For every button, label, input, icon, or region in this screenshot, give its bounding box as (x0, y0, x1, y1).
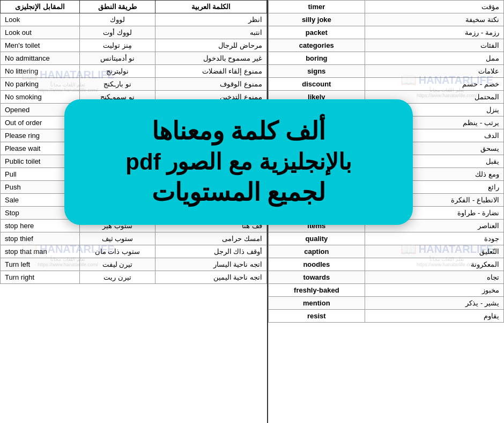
left-cell-arabic: اتجه ناحية اليمين (155, 271, 267, 284)
left-table-row: امسك حرامىستوب ثيفstop thief (1, 232, 267, 245)
left-cell-english: stop thief (1, 232, 80, 245)
left-cell-arabic: انظر (155, 13, 267, 26)
right-cell-arabic: يشير - يذكر (365, 297, 503, 310)
right-table-row: mentionيشير - يذكر (269, 297, 504, 310)
left-cell-pronun: نو بارـكنج (79, 78, 155, 91)
left-cell-english: Look out (1, 26, 80, 39)
right-table-row: freshly-bakedمخبوز (269, 284, 504, 297)
left-cell-english: No smoking (1, 91, 80, 104)
right-table-row: packetرزمة - رزمة (269, 26, 504, 39)
overlay-line3: لجميع المستويات (86, 177, 391, 209)
left-cell-arabic: مرحاض للرجال (155, 39, 267, 52)
right-cell-english: mention (269, 297, 365, 310)
right-cell-arabic: مخبوز (365, 284, 503, 297)
right-cell-arabic: رزمة - رزمة (365, 26, 503, 39)
right-table-row: qualityجودة (269, 232, 504, 245)
left-table-row: مرحاض للرجالمِنز توليتMen's toilet (1, 39, 267, 52)
right-cell-english: quality (269, 232, 365, 245)
left-cell-pronun: لووك أوت (79, 26, 155, 39)
right-cell-english: freshly-baked (269, 284, 365, 297)
left-table-row: اتجه ناحية اليسارتيرن ليفتTurn left (1, 258, 267, 271)
right-cell-english: packet (269, 26, 365, 39)
right-cell-english: boring (269, 52, 365, 65)
left-cell-pronun: ستوب ذات مان (79, 245, 155, 258)
right-cell-arabic: المعكرونة (365, 258, 503, 271)
right-table-row: resistيقاوم (269, 310, 504, 323)
right-table-row: captionالتّعليق (269, 245, 504, 258)
right-cell-english: noodles (269, 258, 365, 271)
left-cell-arabic: ممنوع إلقاء الفضلات (155, 65, 267, 78)
right-table-row: timerمؤقت (269, 1, 504, 13)
left-table-row: ممنوع إلقاء الفضلاتنوليترنجNo littering (1, 65, 267, 78)
left-table-row: اتجه ناحية اليمينتيرن ريتTurn right (1, 271, 267, 284)
header-arabic: الكلمة العربية (155, 1, 267, 13)
right-table-row: silly jokeنكتة سخيفة (269, 13, 504, 26)
left-table-row: انتبهلووك أوتLook out (1, 26, 267, 39)
left-cell-pronun: نوليترنج (79, 65, 155, 78)
right-cell-arabic: خصم - حسم (365, 78, 503, 91)
right-cell-english: silly joke (269, 13, 365, 26)
right-cell-arabic: جودة (365, 232, 503, 245)
left-cell-english: stop here (1, 220, 80, 232)
right-cell-english: towards (269, 271, 365, 284)
header-english: المقابل الإنجليزى (1, 1, 80, 13)
right-table-row: signsعلامات (269, 65, 504, 78)
right-cell-arabic: نكتة سخيفة (365, 13, 503, 26)
header-pronun: طريقة النطق (79, 1, 155, 13)
right-table-row: towardsتجاه (269, 271, 504, 284)
left-cell-arabic: اتجه ناحية اليسار (155, 258, 267, 271)
left-cell-english: No parking (1, 78, 80, 91)
left-cell-english: Turn right (1, 271, 80, 284)
right-cell-english: categories (269, 39, 365, 52)
left-cell-arabic: غير مسموح بالدخول (155, 52, 267, 65)
right-cell-english: caption (269, 245, 365, 258)
left-cell-pronun: تيرن ريت (79, 271, 155, 284)
right-cell-english: resist (269, 310, 365, 323)
left-cell-arabic: ممنوع الوقوف (155, 78, 267, 91)
right-cell-arabic: علامات (365, 65, 503, 78)
left-cell-arabic: أوقف ذاك الرجل (155, 245, 267, 258)
right-table-row: categoriesالفئات (269, 39, 504, 52)
page-wrapper: الكلمة العربية طريقة النطق المقابل الإنج… (0, 0, 504, 423)
right-table-row: boringممل (269, 52, 504, 65)
left-cell-english: stop that man (1, 245, 80, 258)
right-cell-arabic: يقاوم (365, 310, 503, 323)
left-cell-english: No littering (1, 65, 80, 78)
left-cell-english: Men's toilet (1, 39, 80, 52)
right-cell-arabic: مؤقت (365, 1, 503, 13)
left-cell-arabic: انتبه (155, 26, 267, 39)
left-cell-english: No admittance (1, 52, 80, 65)
left-cell-english: Look (1, 13, 80, 26)
left-cell-pronun: نو أدميتانس (79, 52, 155, 65)
left-cell-pronun: لووك (79, 13, 155, 26)
right-cell-arabic: التّعليق (365, 245, 503, 258)
overlay-banner: ألف كلمة ومعناها بالإنجليزية مع الصور pd… (64, 99, 413, 225)
left-cell-english: Turn left (1, 258, 80, 271)
left-table-row: غير مسموح بالدخولنو أدميتانسNo admittanc… (1, 52, 267, 65)
overlay-line1: ألف كلمة ومعناها (86, 115, 391, 148)
right-cell-english: discount (269, 78, 365, 91)
right-table-row: discountخصم - حسم (269, 78, 504, 91)
left-cell-pronun: مِنز توليت (79, 39, 155, 52)
left-cell-pronun: ستوب ثيف (79, 232, 155, 245)
right-cell-english: timer (269, 1, 365, 13)
left-cell-arabic: امسك حرامى (155, 232, 267, 245)
right-cell-arabic: تجاه (365, 271, 503, 284)
left-table-row: انظرلووكLook (1, 13, 267, 26)
right-cell-english: signs (269, 65, 365, 78)
left-table-row: ممنوع الوقوفنو بارـكنجNo parking (1, 78, 267, 91)
left-table-row: أوقف ذاك الرجلستوب ذات مانstop that man (1, 245, 267, 258)
right-table-row: noodlesالمعكرونة (269, 258, 504, 271)
right-cell-arabic: الفئات (365, 39, 503, 52)
overlay-line2: بالإنجليزية مع الصور pdf (86, 148, 391, 177)
left-cell-pronun: تيرن ليفت (79, 258, 155, 271)
right-cell-arabic: ممل (365, 52, 503, 65)
